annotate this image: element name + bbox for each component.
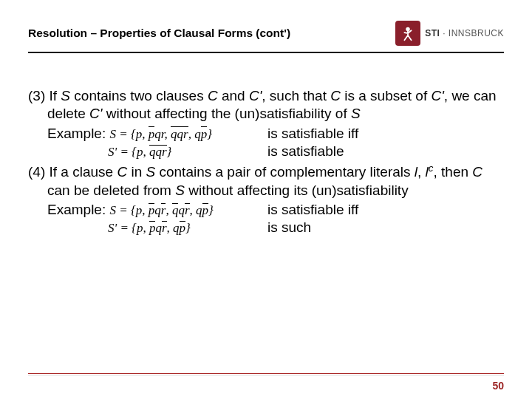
item-3: (3) If S contains two clauses C and C', …	[28, 87, 504, 123]
footer-rule-shadow	[28, 375, 504, 376]
content: (3) If S contains two clauses C and C', …	[28, 87, 504, 237]
item-4: (4) If a clause C in S contains a pair o…	[28, 163, 504, 200]
item-3-example-1: Example: S = {p, pqr, qqr, qp} is satisf…	[28, 125, 504, 143]
header: Resolution – Properties of Clausal Forms…	[28, 15, 504, 52]
item-3-example-2: S' = {p, qqr} is satisfiable	[28, 143, 504, 160]
item-4-example-1: Example: S = {p, pqr, qqr, qp} is satisf…	[28, 201, 504, 219]
logo: STI · INNSBRUCK	[395, 21, 504, 46]
slide-title: Resolution – Properties of Clausal Forms…	[28, 27, 290, 40]
footer-rule	[28, 373, 504, 374]
header-rule	[28, 52, 504, 53]
slide: Resolution – Properties of Clausal Forms…	[0, 0, 532, 399]
logo-text: STI · INNSBRUCK	[425, 28, 504, 38]
page-number: 50	[492, 380, 504, 392]
sti-logo-icon	[395, 21, 420, 46]
item-4-example-2: S' = {p, pqr, qp} is such	[28, 219, 504, 236]
